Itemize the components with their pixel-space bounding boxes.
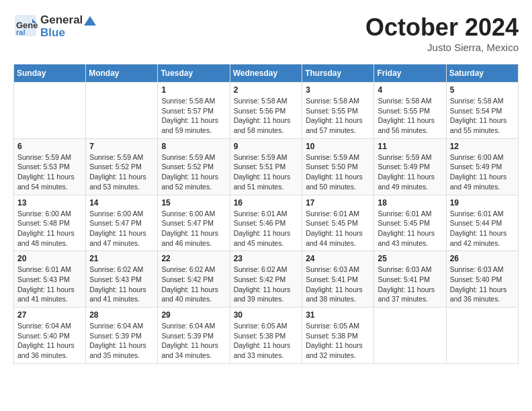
cell-sun-info: Sunrise: 6:02 AM Sunset: 5:42 PM Dayligh… xyxy=(161,265,226,304)
day-number: 11 xyxy=(378,142,442,151)
page-header: Gene ral General Blue October 2024 Justo… xyxy=(13,13,519,53)
calendar-cell: 23Sunrise: 6:02 AM Sunset: 5:42 PM Dayli… xyxy=(230,251,302,308)
cell-sun-info: Sunrise: 6:04 AM Sunset: 5:39 PM Dayligh… xyxy=(89,321,154,361)
cell-sun-info: Sunrise: 6:04 AM Sunset: 5:39 PM Dayligh… xyxy=(161,321,226,361)
calendar-cell: 28Sunrise: 6:04 AM Sunset: 5:39 PM Dayli… xyxy=(86,308,158,364)
day-number: 26 xyxy=(450,254,515,263)
weekday-header-wednesday: Wednesday xyxy=(230,64,302,83)
calendar-cell: 26Sunrise: 6:03 AM Sunset: 5:40 PM Dayli… xyxy=(446,251,518,308)
day-number: 24 xyxy=(306,254,370,263)
day-number: 9 xyxy=(234,142,299,151)
day-number: 17 xyxy=(306,198,370,208)
calendar-week-row: 13Sunrise: 6:00 AM Sunset: 5:48 PM Dayli… xyxy=(14,195,519,251)
calendar-cell: 16Sunrise: 6:01 AM Sunset: 5:46 PM Dayli… xyxy=(230,195,302,251)
calendar-cell: 29Sunrise: 6:04 AM Sunset: 5:39 PM Dayli… xyxy=(158,308,230,364)
calendar-cell: 8Sunrise: 5:59 AM Sunset: 5:52 PM Daylig… xyxy=(158,138,230,195)
cell-sun-info: Sunrise: 6:04 AM Sunset: 5:40 PM Dayligh… xyxy=(17,321,82,361)
calendar-cell: 21Sunrise: 6:02 AM Sunset: 5:43 PM Dayli… xyxy=(86,251,158,308)
day-number: 15 xyxy=(161,198,226,208)
logo: Gene ral General Blue xyxy=(13,13,96,40)
cell-sun-info: Sunrise: 5:59 AM Sunset: 5:52 PM Dayligh… xyxy=(89,152,154,192)
calendar-cell xyxy=(374,308,446,364)
day-number: 8 xyxy=(161,142,226,151)
logo-general-text: General xyxy=(40,14,83,27)
cell-sun-info: Sunrise: 6:03 AM Sunset: 5:41 PM Dayligh… xyxy=(306,265,370,304)
weekday-header-friday: Friday xyxy=(374,64,446,83)
calendar-cell: 30Sunrise: 6:05 AM Sunset: 5:38 PM Dayli… xyxy=(230,308,302,364)
cell-sun-info: Sunrise: 6:05 AM Sunset: 5:38 PM Dayligh… xyxy=(234,321,299,361)
cell-sun-info: Sunrise: 6:01 AM Sunset: 5:46 PM Dayligh… xyxy=(234,209,299,248)
svg-marker-4 xyxy=(84,16,96,26)
calendar-cell: 31Sunrise: 6:05 AM Sunset: 5:38 PM Dayli… xyxy=(302,308,374,364)
cell-sun-info: Sunrise: 6:05 AM Sunset: 5:38 PM Dayligh… xyxy=(306,321,370,361)
calendar-cell: 18Sunrise: 6:01 AM Sunset: 5:45 PM Dayli… xyxy=(374,195,446,251)
cell-sun-info: Sunrise: 6:00 AM Sunset: 5:48 PM Dayligh… xyxy=(17,209,82,248)
day-number: 13 xyxy=(17,198,82,208)
cell-sun-info: Sunrise: 6:01 AM Sunset: 5:45 PM Dayligh… xyxy=(306,209,370,248)
calendar-cell: 20Sunrise: 6:01 AM Sunset: 5:43 PM Dayli… xyxy=(14,251,86,308)
day-number: 31 xyxy=(306,310,370,320)
calendar-week-row: 6Sunrise: 5:59 AM Sunset: 5:53 PM Daylig… xyxy=(14,138,519,195)
cell-sun-info: Sunrise: 6:03 AM Sunset: 5:40 PM Dayligh… xyxy=(450,265,515,304)
day-number: 1 xyxy=(161,85,226,95)
calendar-cell: 1Sunrise: 5:58 AM Sunset: 5:57 PM Daylig… xyxy=(158,83,230,139)
calendar-cell: 7Sunrise: 5:59 AM Sunset: 5:52 PM Daylig… xyxy=(86,138,158,195)
weekday-header-tuesday: Tuesday xyxy=(158,64,230,83)
calendar-cell: 6Sunrise: 5:59 AM Sunset: 5:53 PM Daylig… xyxy=(14,138,86,195)
svg-text:ral: ral xyxy=(16,28,25,36)
day-number: 5 xyxy=(450,85,515,95)
calendar-week-row: 27Sunrise: 6:04 AM Sunset: 5:40 PM Dayli… xyxy=(14,308,519,364)
day-number: 6 xyxy=(17,142,82,151)
calendar-cell: 17Sunrise: 6:01 AM Sunset: 5:45 PM Dayli… xyxy=(302,195,374,251)
cell-sun-info: Sunrise: 5:59 AM Sunset: 5:51 PM Dayligh… xyxy=(234,152,299,192)
cell-sun-info: Sunrise: 5:58 AM Sunset: 5:57 PM Dayligh… xyxy=(161,96,226,136)
calendar-cell: 2Sunrise: 5:58 AM Sunset: 5:56 PM Daylig… xyxy=(230,83,302,139)
calendar-cell: 9Sunrise: 5:59 AM Sunset: 5:51 PM Daylig… xyxy=(230,138,302,195)
day-number: 10 xyxy=(306,142,370,151)
cell-sun-info: Sunrise: 6:02 AM Sunset: 5:42 PM Dayligh… xyxy=(234,265,299,304)
cell-sun-info: Sunrise: 5:59 AM Sunset: 5:50 PM Dayligh… xyxy=(306,152,370,192)
day-number: 23 xyxy=(234,254,299,263)
calendar-title: October 2024 xyxy=(365,13,519,42)
cell-sun-info: Sunrise: 6:01 AM Sunset: 5:43 PM Dayligh… xyxy=(17,265,82,304)
cell-sun-info: Sunrise: 6:01 AM Sunset: 5:44 PM Dayligh… xyxy=(450,209,515,248)
calendar-week-row: 20Sunrise: 6:01 AM Sunset: 5:43 PM Dayli… xyxy=(14,251,519,308)
day-number: 29 xyxy=(161,310,226,320)
day-number: 30 xyxy=(234,310,299,320)
weekday-header-row: SundayMondayTuesdayWednesdayThursdayFrid… xyxy=(14,64,519,83)
logo-blue-text: Blue xyxy=(40,27,96,40)
day-number: 20 xyxy=(17,254,82,263)
calendar-cell: 5Sunrise: 5:58 AM Sunset: 5:54 PM Daylig… xyxy=(446,83,518,139)
cell-sun-info: Sunrise: 5:59 AM Sunset: 5:52 PM Dayligh… xyxy=(161,152,226,192)
day-number: 3 xyxy=(306,85,370,95)
cell-sun-info: Sunrise: 5:58 AM Sunset: 5:55 PM Dayligh… xyxy=(378,96,442,136)
calendar-cell: 13Sunrise: 6:00 AM Sunset: 5:48 PM Dayli… xyxy=(14,195,86,251)
calendar-location: Justo Sierra, Mexico xyxy=(365,42,519,53)
weekday-header-sunday: Sunday xyxy=(14,64,86,83)
calendar-cell: 4Sunrise: 5:58 AM Sunset: 5:55 PM Daylig… xyxy=(374,83,446,139)
calendar-cell: 25Sunrise: 6:03 AM Sunset: 5:41 PM Dayli… xyxy=(374,251,446,308)
cell-sun-info: Sunrise: 6:00 AM Sunset: 5:47 PM Dayligh… xyxy=(161,209,226,248)
day-number: 28 xyxy=(89,310,154,320)
calendar-cell: 3Sunrise: 5:58 AM Sunset: 5:55 PM Daylig… xyxy=(302,83,374,139)
calendar-week-row: 1Sunrise: 5:58 AM Sunset: 5:57 PM Daylig… xyxy=(14,83,519,139)
cell-sun-info: Sunrise: 6:00 AM Sunset: 5:49 PM Dayligh… xyxy=(450,152,515,192)
calendar-cell: 19Sunrise: 6:01 AM Sunset: 5:44 PM Dayli… xyxy=(446,195,518,251)
day-number: 18 xyxy=(378,198,442,208)
weekday-header-monday: Monday xyxy=(86,64,158,83)
day-number: 19 xyxy=(450,198,515,208)
cell-sun-info: Sunrise: 5:59 AM Sunset: 5:49 PM Dayligh… xyxy=(378,152,442,192)
cell-sun-info: Sunrise: 5:58 AM Sunset: 5:54 PM Dayligh… xyxy=(450,96,515,136)
cell-sun-info: Sunrise: 6:02 AM Sunset: 5:43 PM Dayligh… xyxy=(89,265,154,304)
calendar-cell xyxy=(14,83,86,139)
weekday-header-saturday: Saturday xyxy=(446,64,518,83)
calendar-cell: 10Sunrise: 5:59 AM Sunset: 5:50 PM Dayli… xyxy=(302,138,374,195)
calendar-cell xyxy=(446,308,518,364)
cell-sun-info: Sunrise: 6:03 AM Sunset: 5:41 PM Dayligh… xyxy=(378,265,442,304)
calendar-cell: 12Sunrise: 6:00 AM Sunset: 5:49 PM Dayli… xyxy=(446,138,518,195)
day-number: 4 xyxy=(378,85,442,95)
logo-mark: Gene ral xyxy=(13,13,38,40)
cell-sun-info: Sunrise: 6:00 AM Sunset: 5:47 PM Dayligh… xyxy=(89,209,154,248)
cell-sun-info: Sunrise: 5:58 AM Sunset: 5:55 PM Dayligh… xyxy=(306,96,370,136)
calendar-cell xyxy=(86,83,158,139)
